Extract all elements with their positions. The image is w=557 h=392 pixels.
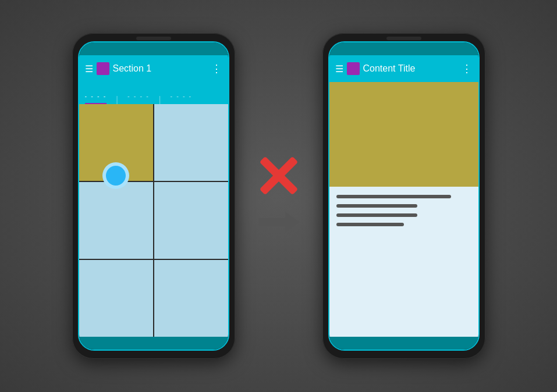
detail-content [329, 187, 478, 337]
left-toolbar: ☰ Section 1 ⋮ [79, 55, 228, 82]
grid-cell-3-2 [154, 260, 228, 337]
right-status-bar [329, 42, 478, 55]
grid-cell-featured [79, 104, 153, 181]
right-toolbar-title: Content Title [363, 63, 458, 74]
connector [258, 155, 299, 237]
toolbar-app-icon [97, 62, 109, 75]
grid-cell-2-1 [79, 182, 153, 259]
text-line-4 [336, 223, 404, 226]
tab-item-3[interactable]: - - - - [170, 92, 192, 104]
left-phone-screen: ☰ Section 1 ⋮ - - - - | - - - - | - - - … [78, 41, 229, 351]
text-line-1 [336, 195, 451, 198]
grid-cell-2-2 [154, 182, 228, 259]
arrow-icon [258, 208, 299, 237]
right-phone: ☰ Content Title ⋮ [322, 33, 485, 359]
tab-item-1[interactable]: - - - - [85, 92, 107, 104]
left-phone: ☰ Section 1 ⋮ - - - - | - - - - | - - - … [72, 33, 235, 359]
left-toolbar-title: Section 1 [113, 63, 208, 74]
left-more-icon[interactable]: ⋮ [211, 62, 222, 75]
detail-image [329, 82, 478, 187]
grid-cell-3-1 [79, 260, 153, 337]
content-grid [79, 104, 228, 337]
text-line-2 [336, 204, 417, 208]
fab-button[interactable] [102, 162, 129, 189]
left-content-area [79, 104, 228, 337]
hamburger-icon[interactable]: ☰ [85, 63, 93, 74]
grid-cell-1-2 [154, 104, 228, 181]
right-toolbar-app-icon [347, 62, 360, 75]
left-status-bar [79, 42, 228, 55]
right-bottom-bar [329, 337, 478, 350]
left-tab-bar: - - - - | - - - - | - - - - [79, 82, 228, 104]
tab-item-2[interactable]: - - - - [127, 92, 150, 104]
right-hamburger-icon[interactable]: ☰ [335, 63, 343, 74]
right-phone-screen: ☰ Content Title ⋮ [328, 41, 480, 351]
scene: ☰ Section 1 ⋮ - - - - | - - - - | - - - … [0, 0, 557, 392]
text-line-3 [336, 213, 417, 217]
x-mark-icon [258, 155, 299, 196]
right-toolbar: ☰ Content Title ⋮ [329, 55, 478, 82]
left-bottom-bar [79, 337, 228, 350]
right-more-icon[interactable]: ⋮ [462, 62, 473, 75]
